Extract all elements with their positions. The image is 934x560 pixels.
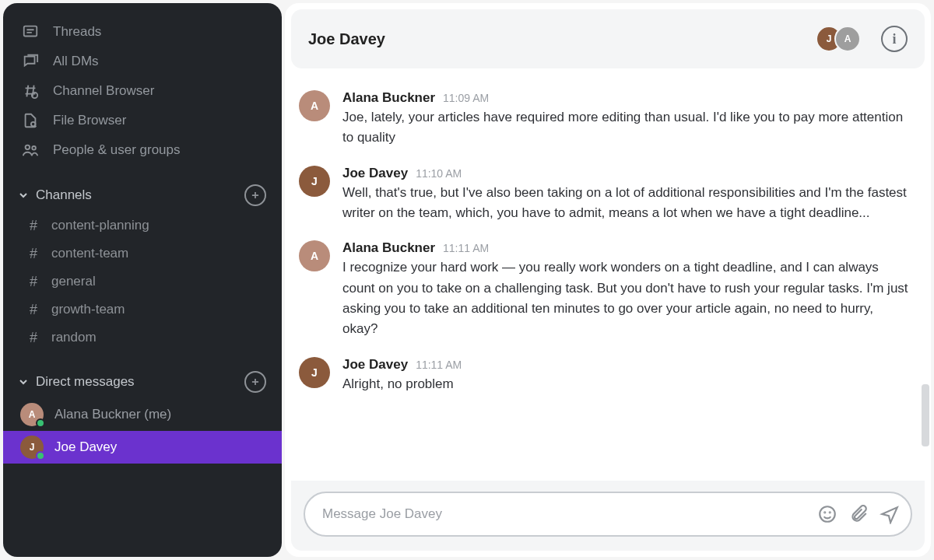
channels-header-label: Channels [36, 187, 92, 203]
svg-point-11 [32, 146, 36, 150]
svg-point-17 [824, 512, 825, 513]
dms-toggle[interactable]: Direct messages [17, 374, 135, 390]
nav-label: Threads [53, 24, 101, 40]
hash-icon: # [26, 246, 40, 262]
message-text: Alright, no problem [342, 374, 909, 394]
emoji-button[interactable] [817, 504, 837, 524]
channel-label: general [51, 274, 96, 289]
info-button[interactable]: i [881, 26, 908, 52]
svg-point-10 [26, 145, 30, 150]
dm-alana-buckner[interactable]: A Alana Buckner (me) [3, 398, 282, 431]
svg-point-16 [820, 506, 835, 522]
paperclip-icon [848, 504, 869, 524]
chevron-down-icon [17, 189, 30, 201]
message: J Joe Davey 11:10 AM Well, that's true, … [299, 159, 909, 235]
channel-label: content-planning [51, 218, 149, 233]
channel-random[interactable]: # random [3, 324, 282, 352]
channel-general[interactable]: # general [3, 268, 282, 296]
nav-threads[interactable]: Threads [3, 17, 282, 47]
all-dms-icon [22, 53, 39, 70]
svg-line-9 [35, 125, 37, 127]
channel-content-team[interactable]: # content-team [3, 240, 282, 268]
file-browser-icon [22, 112, 39, 129]
channel-browser-icon [22, 82, 39, 100]
emoji-icon [817, 504, 837, 524]
message-text: Well, that's true, but I've also been ta… [342, 183, 909, 224]
composer-area [291, 481, 925, 551]
hash-icon: # [26, 218, 40, 234]
dm-joe-davey[interactable]: J Joe Davey [3, 431, 282, 464]
avatar[interactable]: A [299, 90, 330, 121]
dm-label: Joe Davey [54, 439, 117, 455]
message-time: 11:10 AM [416, 167, 462, 180]
dm-label: Alana Buckner (me) [54, 407, 171, 422]
svg-line-5 [26, 86, 28, 97]
composer[interactable] [304, 492, 912, 537]
message: A Alana Buckner 11:11 AM I recognize you… [299, 234, 909, 350]
message-input[interactable] [322, 506, 817, 522]
nav-channel-browser[interactable]: Channel Browser [3, 76, 282, 106]
avatar: J [20, 436, 44, 459]
chevron-down-icon [17, 376, 30, 388]
add-dm-button[interactable] [244, 371, 266, 393]
avatar[interactable]: J [299, 166, 330, 197]
channels-toggle[interactable]: Channels [17, 187, 92, 203]
svg-line-6 [33, 86, 34, 97]
dms-section-header: Direct messages [3, 366, 282, 398]
message: J Joe Davey 11:11 AM Alright, no problem [299, 351, 909, 405]
channel-label: random [51, 330, 97, 345]
message: A Alana Buckner 11:09 AM Joe, lately, yo… [299, 84, 909, 159]
avatar[interactable]: J [299, 357, 330, 388]
message-list[interactable]: A Alana Buckner 11:09 AM Joe, lately, yo… [285, 68, 931, 481]
main-panel: Joe Davey J A i A Alana Buckner 11:09 AM… [285, 3, 931, 557]
message-text: I recognize your hard work — you really … [342, 257, 909, 339]
chat-header: Joe Davey J A i [291, 9, 925, 68]
add-channel-button[interactable] [244, 184, 266, 206]
hash-icon: # [26, 330, 40, 346]
channels-section-header: Channels [3, 179, 282, 212]
message-time: 11:09 AM [443, 92, 489, 104]
channel-label: growth-team [51, 302, 125, 317]
avatar: A [834, 26, 861, 52]
nav-label: All DMs [53, 54, 99, 69]
people-icon [22, 142, 39, 159]
message-author[interactable]: Joe Davey [342, 357, 408, 373]
message-author[interactable]: Alana Buckner [342, 240, 435, 256]
nav-label: People & user groups [53, 142, 181, 158]
message-text: Joe, lately, your articles have required… [342, 107, 909, 149]
avatar: A [20, 403, 44, 426]
attach-button[interactable] [848, 504, 869, 524]
chat-title[interactable]: Joe Davey [308, 30, 385, 48]
hash-icon: # [26, 302, 40, 318]
svg-rect-0 [24, 26, 37, 37]
message-time: 11:11 AM [416, 359, 462, 371]
message-time: 11:11 AM [443, 242, 489, 254]
send-icon [880, 504, 900, 524]
nav-all-dms[interactable]: All DMs [3, 47, 282, 76]
hash-icon: # [26, 274, 40, 290]
avatar[interactable]: A [299, 240, 330, 271]
channel-content-planning[interactable]: # content-planning [3, 212, 282, 240]
dms-header-label: Direct messages [36, 374, 135, 390]
sidebar: Threads All DMs Channel Browser File Bro… [3, 3, 282, 557]
participants-avatars[interactable]: J A [816, 26, 861, 52]
presence-indicator [36, 451, 45, 460]
nav-people[interactable]: People & user groups [3, 135, 282, 165]
nav-file-browser[interactable]: File Browser [3, 106, 282, 135]
info-icon: i [892, 31, 896, 47]
send-button[interactable] [880, 504, 900, 524]
threads-icon [22, 23, 39, 40]
channel-growth-team[interactable]: # growth-team [3, 296, 282, 324]
presence-indicator [36, 418, 45, 428]
message-author[interactable]: Joe Davey [342, 166, 408, 181]
nav-label: File Browser [53, 113, 126, 128]
channel-label: content-team [51, 246, 128, 261]
message-author[interactable]: Alana Buckner [342, 90, 435, 106]
nav-label: Channel Browser [53, 83, 154, 99]
scrollbar-thumb[interactable] [922, 384, 929, 446]
svg-point-18 [830, 512, 830, 513]
